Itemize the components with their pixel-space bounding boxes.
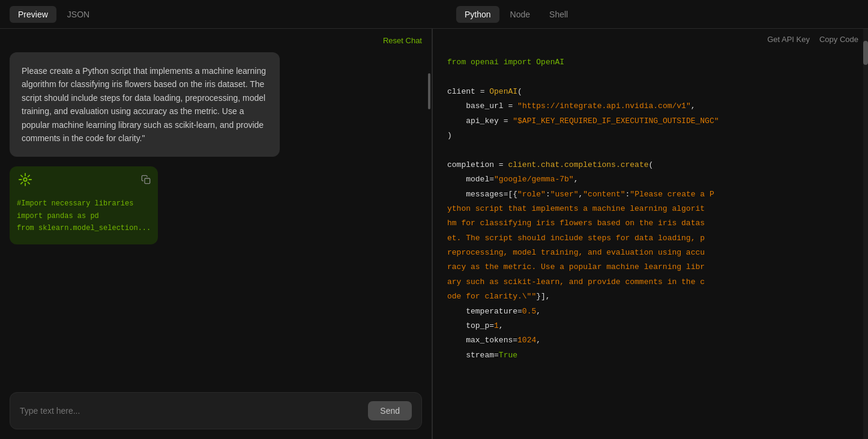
- copy-code-button[interactable]: Copy Code: [819, 35, 858, 44]
- tab-node[interactable]: Node: [502, 6, 538, 23]
- chat-input[interactable]: [20, 406, 368, 416]
- code-message-header: [10, 166, 158, 193]
- tab-preview[interactable]: Preview: [10, 6, 56, 23]
- user-message: Please create a Python script that imple…: [10, 52, 280, 157]
- code-line-1: #Import necessary libraries: [17, 198, 151, 210]
- send-button[interactable]: Send: [368, 401, 412, 420]
- right-scrollbar-thumb[interactable]: [863, 41, 868, 65]
- tab-python[interactable]: Python: [456, 6, 499, 23]
- get-api-key-button[interactable]: Get API Key: [767, 35, 810, 44]
- tab-shell[interactable]: Shell: [541, 6, 576, 23]
- chat-input-container: Send: [10, 392, 422, 429]
- code-line-2: import pandas as pd: [17, 210, 151, 222]
- chat-header: Reset Chat: [0, 29, 432, 52]
- code-toolbar: Get API Key Copy Code: [433, 29, 868, 50]
- code-panel: Get API Key Copy Code from openai import…: [433, 29, 868, 439]
- code-line-3: from sklearn.model_selection...: [17, 222, 151, 234]
- chat-panel: Reset Chat Please create a Python script…: [0, 29, 432, 439]
- reset-chat-button[interactable]: Reset Chat: [383, 36, 422, 45]
- svg-point-0: [23, 178, 27, 182]
- code-content: from openai import OpenAI client = OpenA…: [433, 50, 868, 439]
- user-message-text: Please create a Python script that imple…: [22, 66, 266, 143]
- svg-rect-1: [145, 178, 150, 184]
- right-scrollbar[interactable]: [863, 29, 868, 439]
- chat-scroll-indicator: [427, 59, 432, 391]
- code-copy-icon-button[interactable]: [141, 175, 151, 184]
- left-tab-group: Preview JSON: [10, 6, 442, 23]
- chat-input-area: Send: [0, 385, 432, 439]
- code-block: from openai import OpenAI client = OpenA…: [447, 58, 719, 360]
- tab-json[interactable]: JSON: [59, 6, 98, 23]
- chat-messages: Please create a Python script that imple…: [0, 52, 432, 385]
- code-block-icon: [17, 171, 34, 188]
- code-message-block: #Import necessary libraries import panda…: [10, 166, 158, 244]
- chat-scroll-thumb[interactable]: [428, 73, 430, 109]
- code-message-body: #Import necessary libraries import panda…: [10, 193, 158, 244]
- right-tab-group: Python Node Shell: [442, 6, 858, 23]
